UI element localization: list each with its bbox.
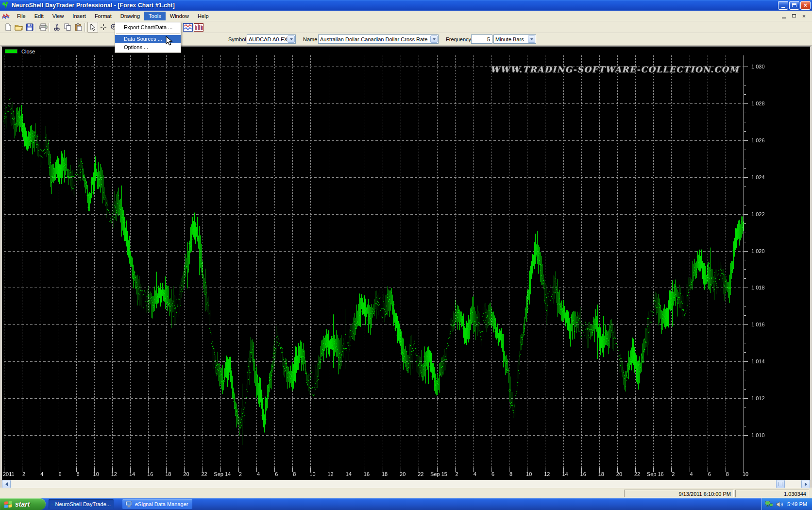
close-button[interactable]: ×	[800, 1, 811, 10]
start-button[interactable]: start	[0, 498, 46, 510]
copy-icon	[64, 23, 71, 31]
new-document-icon	[4, 23, 12, 31]
menu-tools[interactable]: Tools	[144, 12, 166, 20]
cut-button[interactable]	[51, 22, 62, 33]
x-tick-label: 8	[77, 471, 80, 477]
x-tick-label: 14	[129, 471, 135, 477]
neuroshell-task-icon	[51, 501, 52, 508]
bar-type-combobox[interactable]: Minute Bars	[493, 34, 536, 44]
mdi-minimize-button[interactable]	[779, 12, 788, 19]
x-tick-label: 20	[616, 471, 622, 477]
taskbar: start NeuroShell DayTrade... eSignal Dat…	[0, 498, 812, 510]
print-icon	[39, 23, 48, 31]
x-tick-label: 6	[58, 471, 61, 477]
restore-icon	[792, 3, 796, 7]
menu-window[interactable]: Window	[166, 12, 193, 20]
menu-insert[interactable]: Insert	[68, 12, 90, 20]
price-chart-canvas[interactable]	[0, 55, 812, 480]
line-chart-button[interactable]	[183, 22, 193, 33]
x-tick-label: 20	[183, 471, 189, 477]
y-tick-label: 1.016	[751, 322, 773, 327]
y-tick-label: 1.010	[751, 432, 773, 438]
scroll-right-icon	[805, 482, 807, 486]
status-datetime: 9/13/2011 6:10:00 PM	[624, 490, 734, 497]
x-tick-label: 12	[328, 471, 334, 477]
mdi-close-button[interactable]: ×	[800, 12, 808, 19]
frequency-input[interactable]	[471, 34, 492, 44]
network-icon[interactable]	[765, 501, 773, 508]
x-tick-label: 4	[690, 471, 693, 477]
x-tick-label: 14	[346, 471, 352, 477]
x-tick-label: 8	[726, 471, 729, 477]
y-tick-label: 1.026	[751, 137, 773, 143]
menuitem-export-chart-data[interactable]: Export Chart/Data ...	[115, 23, 181, 32]
x-tick-label: 2	[239, 471, 242, 477]
pointer-button[interactable]	[87, 22, 98, 33]
symbol-dropdown-icon[interactable]	[288, 35, 295, 43]
menu-view[interactable]: View	[48, 12, 68, 20]
volume-icon[interactable]	[776, 501, 783, 508]
symbol-combobox[interactable]: AUDCAD A0-FX	[247, 34, 296, 44]
new-document-button[interactable]	[3, 22, 14, 33]
open-folder-button[interactable]	[14, 22, 24, 33]
cut-icon	[53, 23, 60, 31]
x-tick-label: Sep 15	[430, 471, 447, 477]
frequency-label: Frequency	[446, 36, 471, 42]
print-button[interactable]	[38, 22, 49, 33]
crosshair-icon	[100, 23, 107, 31]
x-tick-label: 22	[201, 471, 207, 477]
save-button[interactable]	[24, 22, 35, 33]
mdi-restore-button[interactable]	[790, 12, 798, 19]
copy-button[interactable]	[62, 22, 73, 33]
name-dropdown-icon[interactable]	[430, 35, 438, 43]
bar-chart-button[interactable]	[193, 22, 204, 33]
menu-separator	[116, 33, 180, 34]
restore-button[interactable]	[789, 1, 799, 10]
paste-button[interactable]	[73, 22, 84, 33]
y-tick-label: 1.024	[751, 174, 773, 180]
x-tick-label: 14	[562, 471, 568, 477]
y-tick-label: 1.022	[751, 211, 773, 217]
bar-type-value: Minute Bars	[495, 36, 527, 42]
clock: 5:49 PM	[787, 501, 807, 507]
menu-edit[interactable]: Edit	[30, 12, 48, 20]
x-tick-label: 10	[743, 471, 748, 477]
x-tick-label: 8	[293, 471, 296, 477]
chart-window: Close WWW.TRADING-SOFTWARE-COLLECTION.CO…	[0, 46, 812, 488]
bar-type-dropdown-icon[interactable]	[528, 35, 535, 43]
title-bar: NeuroShell DayTrader Professional - [For…	[0, 0, 812, 11]
pointer-icon	[90, 23, 96, 31]
window-title: NeuroShell DayTrader Professional - [For…	[12, 2, 175, 9]
x-tick-label: 6	[275, 471, 278, 477]
x-tick-label: Sep 16	[647, 471, 664, 477]
mdi-restore-icon	[792, 14, 796, 17]
save-icon	[26, 23, 34, 31]
watermark-text: WWW.TRADING-SOFTWARE-COLLECTION.COM	[491, 65, 739, 74]
legend-close-swatch	[5, 49, 17, 53]
x-tick-label: 2011	[3, 471, 15, 477]
menu-help[interactable]: Help	[193, 12, 213, 20]
menu-format[interactable]: Format	[90, 12, 116, 20]
x-tick-label: 20	[400, 471, 406, 477]
x-tick-label: 8	[509, 471, 512, 477]
x-tick-label: 18	[598, 471, 604, 477]
name-combobox[interactable]: Australian Dollar-Canadian Dollar Cross …	[318, 34, 439, 44]
x-tick-label: 18	[165, 471, 171, 477]
toolbar-separator	[35, 23, 36, 32]
menu-drawing[interactable]: Drawing	[116, 12, 144, 20]
x-tick-label: 2	[456, 471, 458, 477]
x-tick-label: 4	[40, 471, 43, 477]
minimize-icon	[781, 7, 785, 8]
mdi-window-buttons: ×	[779, 12, 808, 19]
menu-file[interactable]: File	[13, 12, 30, 20]
chart-legend: Close	[5, 48, 35, 54]
paste-icon	[75, 23, 82, 31]
y-tick-label: 1.018	[751, 285, 773, 290]
mouse-cursor	[166, 36, 173, 47]
task-button-esignal[interactable]: eSignal Data Manager	[122, 499, 192, 509]
start-label: start	[15, 500, 30, 508]
minimize-button[interactable]	[778, 1, 788, 10]
toolbar-separator	[49, 23, 50, 32]
crosshair-button[interactable]	[98, 22, 109, 33]
task-button-neuroshell[interactable]: NeuroShell DayTrade...	[49, 499, 114, 509]
